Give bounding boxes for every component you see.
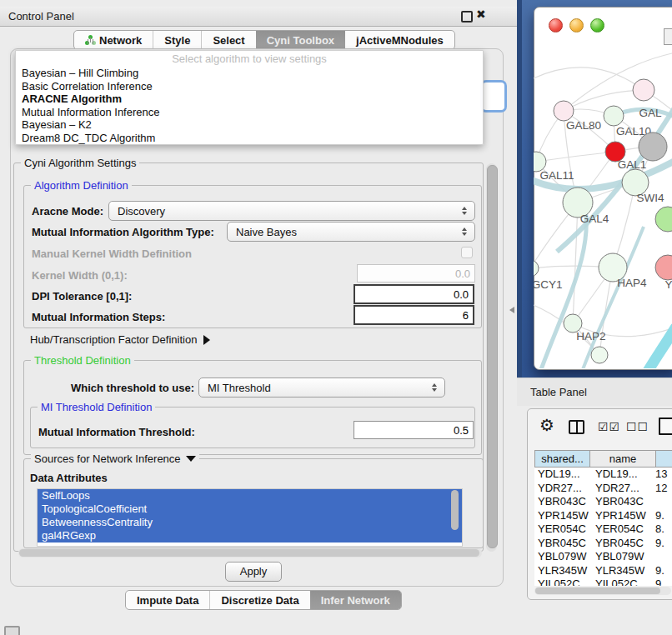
aracne-mode-value: Discovery — [109, 205, 458, 218]
table-row[interactable]: YBL079WYBL079W — [534, 550, 672, 564]
select-all-checkboxes-icon[interactable]: ☑☑ — [598, 420, 620, 433]
apply-button[interactable]: Apply — [225, 562, 282, 582]
network-node-y[interactable] — [655, 255, 672, 280]
mi-algorithm-type-label: Mutual Information Algorithm Type: — [32, 226, 214, 238]
node-label-swi4: SWI4 — [636, 192, 664, 204]
network-node[interactable] — [655, 207, 672, 232]
network-node-gal[interactable] — [633, 79, 654, 101]
table-horizontal-scrollbar[interactable] — [534, 587, 671, 595]
attributes-scrollbar[interactable] — [451, 490, 459, 542]
mi-steps-field[interactable] — [354, 305, 474, 325]
tab-discretize-data[interactable]: Discretize Data — [209, 591, 309, 609]
table-row[interactable]: YLR345WYLR345W9. — [534, 564, 672, 578]
network-node[interactable] — [639, 132, 667, 161]
attribute-item-gal4rgexp[interactable]: gal4RGexp — [38, 529, 462, 542]
tab-network[interactable]: Network — [74, 31, 153, 49]
algorithm-list: Bayesian – Hill ClimbingBasic Correlatio… — [16, 67, 483, 144]
hub-definition-toggle[interactable]: Hub/Transcription Factor Definition — [30, 333, 210, 346]
document-icon[interactable] — [659, 418, 672, 435]
control-panel-titlebar: Control Panel ✖ — [0, 7, 517, 27]
close-panel-icon[interactable]: ✖ — [476, 8, 486, 21]
dpi-tolerance-label: DPI Tolerance [0,1]: — [32, 290, 132, 302]
column-header-clipped[interactable] — [656, 451, 672, 467]
tab-cyni-toolbox[interactable]: Cyni Toolbox — [256, 31, 345, 49]
table-cell: 9. — [647, 537, 672, 551]
minimized-panel-icon[interactable] — [4, 626, 20, 635]
mi-algorithm-type-value: Naive Bayes — [228, 226, 458, 238]
which-threshold-select[interactable]: MI Threshold — [198, 378, 445, 398]
network-node-gal10[interactable] — [604, 106, 624, 126]
network-node[interactable] — [591, 347, 608, 363]
table-cell: YLR345W — [534, 564, 589, 578]
column-header-shared[interactable]: shared... — [535, 451, 590, 467]
algorithm-option-mutual-information-inference[interactable]: Mutual Information Inference — [16, 106, 483, 119]
table-cell: YIL052C — [534, 578, 589, 586]
mi-threshold-field[interactable] — [354, 421, 474, 439]
table-header: shared... name — [534, 450, 672, 468]
algorithm-dropdown: Select algorithm to view settings Bayesi… — [15, 50, 484, 145]
column-header-name[interactable]: name — [590, 451, 656, 467]
tab-select[interactable]: Select — [201, 31, 255, 49]
table-cell: YBR043C — [589, 495, 647, 509]
algorithm-option-bayesian-k2[interactable]: Bayesian – K2 — [16, 118, 483, 132]
tab-label: Select — [213, 34, 244, 47]
node-label-gal4: GAL4 — [580, 212, 609, 225]
manual-kernel-width-checkbox[interactable] — [461, 247, 473, 258]
table-cell: YER054C — [534, 522, 589, 537]
settings-vertical-scrollbar[interactable] — [486, 163, 497, 552]
which-threshold-label: Which threshold to use: — [71, 382, 194, 394]
algorithm-option-basic-correlation-inference[interactable]: Basic Correlation Inference — [16, 80, 483, 93]
table-cell: YDL19... — [589, 468, 647, 482]
table-row[interactable]: YIL052CYIL052C9 — [534, 578, 672, 586]
table-cell: 9 — [647, 578, 672, 586]
settings-horizontal-scrollbar[interactable] — [18, 548, 482, 558]
gear-icon[interactable]: ⚙ — [539, 417, 554, 433]
screen: Control Panel ✖ NetworkStyleSelectCyni T… — [0, 0, 672, 635]
mi-algorithm-type-select[interactable]: Naive Bayes — [227, 222, 475, 242]
attribute-item-betweennesscentrality[interactable]: BetweennessCentrality — [38, 516, 462, 529]
panel-splitter-handle[interactable] — [509, 307, 514, 313]
attribute-item-topologicalcoefficient[interactable]: TopologicalCoefficient — [38, 502, 462, 516]
expand-right-icon[interactable] — [203, 335, 210, 345]
network-node-gal80[interactable] — [554, 101, 574, 121]
data-attributes-label: Data Attributes — [30, 472, 108, 484]
algorithm-option-bayesian-hill-climbing[interactable]: Bayesian – Hill Climbing — [16, 67, 483, 80]
tab-style[interactable]: Style — [153, 31, 201, 49]
tab-label: Cyni Toolbox — [267, 34, 334, 47]
table-row[interactable]: YDL19...YDL19...13 — [534, 468, 672, 482]
network-graph[interactable]: GALGAL80GAL10GAL1GAL11SWI4GAL4GCY1HAP4YH… — [534, 28, 672, 368]
algorithm-option-aracne-algorithm[interactable]: ARACNE Algorithm — [16, 92, 483, 106]
deselect-all-checkboxes-icon[interactable]: ☐☐ — [626, 420, 649, 433]
kernel-width-field[interactable] — [357, 264, 475, 282]
table-row[interactable]: YER054CYER054C8. — [534, 522, 672, 537]
algorithm-option-dream8-dc-tdc-algorithm[interactable]: Dream8 DC_TDC Algorithm — [16, 132, 483, 145]
network-node-gcy1[interactable] — [534, 260, 539, 277]
bottom-tabs: Impute DataDiscretize DataInfer Network — [125, 590, 402, 610]
table-row[interactable]: YBR043CYBR043C — [534, 495, 672, 509]
node-label-hap2: HAP2 — [576, 330, 605, 342]
collapse-down-icon[interactable] — [186, 456, 196, 462]
split-columns-icon[interactable] — [569, 420, 584, 434]
float-panel-icon[interactable] — [461, 11, 473, 22]
attribute-item-selfloops[interactable]: SelfLoops — [38, 489, 462, 502]
table-row[interactable]: YBR045CYBR045C9. — [534, 537, 672, 551]
table-cell: 9. — [647, 509, 672, 523]
data-attributes-list[interactable]: SelfLoopsTopologicalCoefficientBetweenne… — [37, 488, 463, 547]
algorithm-definition-legend: Algorithm Definition — [31, 179, 132, 192]
table-cell: YBL079W — [534, 550, 589, 564]
stepper-arrows-icon — [428, 383, 441, 392]
aracne-mode-select[interactable]: Discovery — [108, 201, 475, 221]
table-row[interactable]: YDR27...YDR27...12 — [534, 482, 672, 496]
table-cell: YER054C — [589, 522, 647, 537]
table-cell: YIL052C — [589, 578, 647, 586]
node-label-gal11: GAL11 — [539, 169, 574, 182]
tab-impute-data[interactable]: Impute Data — [126, 591, 209, 609]
mi-threshold-definition-legend: MI Threshold Definition — [38, 401, 155, 413]
tab-jactivemnodules[interactable]: jActiveMNodules — [345, 31, 454, 49]
focused-combobox-fragment — [480, 80, 507, 112]
table-row[interactable]: YPR145WYPR145W9. — [534, 509, 672, 523]
dpi-tolerance-field[interactable] — [354, 284, 474, 304]
network-icon — [85, 35, 95, 46]
table-cell: 12 — [647, 482, 672, 496]
tab-infer-network[interactable]: Infer Network — [310, 591, 401, 609]
